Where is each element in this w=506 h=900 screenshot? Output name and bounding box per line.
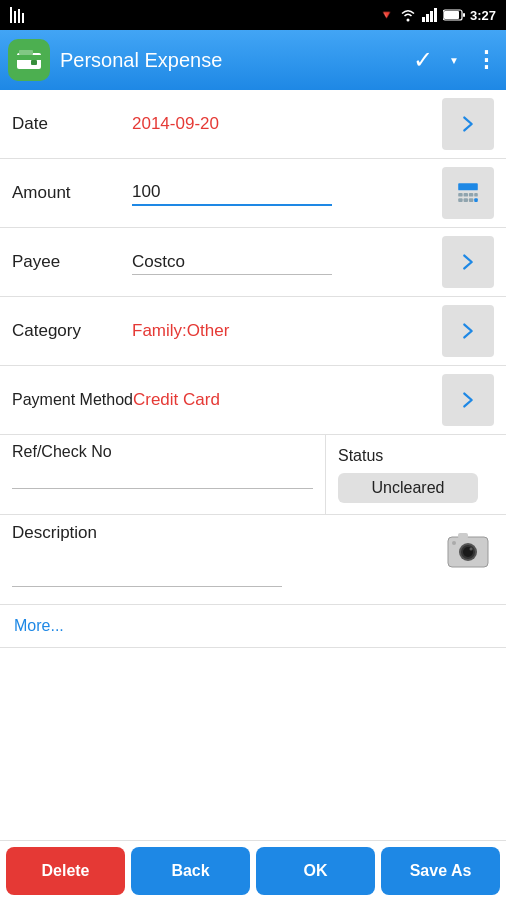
description-row: Description bbox=[0, 515, 506, 605]
check-button[interactable]: ✓ bbox=[413, 46, 433, 74]
save-as-button[interactable]: Save As bbox=[381, 847, 500, 895]
category-picker-button[interactable] bbox=[442, 305, 494, 357]
payee-picker-button[interactable] bbox=[442, 236, 494, 288]
payee-row: Payee bbox=[0, 228, 506, 297]
payee-input[interactable] bbox=[132, 250, 332, 275]
svg-rect-24 bbox=[474, 198, 478, 202]
svg-rect-21 bbox=[458, 198, 462, 202]
payment-method-picker-button[interactable] bbox=[442, 374, 494, 426]
date-picker-button[interactable] bbox=[442, 98, 494, 150]
status-label: Status bbox=[338, 447, 383, 465]
ref-input[interactable] bbox=[12, 467, 313, 489]
overflow-menu-button[interactable]: ⋮ bbox=[475, 47, 498, 73]
svg-rect-20 bbox=[474, 193, 478, 197]
svg-rect-5 bbox=[426, 14, 429, 22]
ref-section: Ref/Check No bbox=[0, 435, 326, 514]
date-row: Date 2014-09-20 bbox=[0, 90, 506, 159]
app-title: Personal Expense bbox=[60, 49, 403, 72]
svg-rect-3 bbox=[22, 13, 24, 23]
amount-row: Amount bbox=[0, 159, 506, 228]
svg-rect-19 bbox=[469, 193, 473, 197]
svg-rect-0 bbox=[10, 7, 12, 23]
payment-method-value: Credit Card bbox=[133, 386, 442, 414]
svg-point-32 bbox=[452, 541, 456, 545]
status-section: Status Uncleared bbox=[326, 435, 506, 514]
svg-point-30 bbox=[470, 548, 473, 551]
ok-button[interactable]: OK bbox=[256, 847, 375, 895]
back-button[interactable]: Back bbox=[131, 847, 250, 895]
app-bar-actions: ✓ ▼ ⋮ bbox=[413, 46, 498, 74]
amount-label: Amount bbox=[12, 183, 132, 203]
category-label: Category bbox=[12, 321, 132, 341]
svg-rect-13 bbox=[31, 60, 37, 65]
svg-rect-12 bbox=[17, 55, 41, 60]
delete-button[interactable]: Delete bbox=[6, 847, 125, 895]
svg-rect-23 bbox=[469, 198, 473, 202]
time-display: 3:27 bbox=[470, 8, 496, 23]
ref-status-row: Ref/Check No Status Uncleared bbox=[0, 435, 506, 515]
battery-icon bbox=[443, 9, 465, 21]
payment-method-row: Payment Method Credit Card bbox=[0, 366, 506, 435]
signal-icon bbox=[10, 7, 28, 23]
app-logo bbox=[8, 39, 50, 81]
payment-method-text: Credit Card bbox=[133, 390, 220, 409]
category-value: Family:Other bbox=[132, 317, 442, 345]
wallet-icon bbox=[15, 46, 43, 74]
bluetooth-icon: 🔻 bbox=[379, 8, 394, 22]
svg-rect-18 bbox=[464, 193, 468, 197]
more-link[interactable]: More... bbox=[14, 617, 64, 634]
svg-rect-10 bbox=[463, 13, 465, 17]
svg-rect-17 bbox=[458, 193, 462, 197]
description-label: Description bbox=[12, 523, 442, 543]
svg-rect-1 bbox=[14, 11, 16, 23]
status-badge[interactable]: Uncleared bbox=[338, 473, 478, 503]
category-row: Category Family:Other bbox=[0, 297, 506, 366]
date-label: Date bbox=[12, 114, 132, 134]
payment-method-label: Payment Method bbox=[12, 390, 133, 411]
status-bar-right: 🔻 3:27 bbox=[379, 8, 496, 23]
svg-rect-2 bbox=[18, 9, 20, 23]
payee-value-container bbox=[132, 246, 442, 279]
more-row: More... bbox=[0, 605, 506, 648]
svg-rect-22 bbox=[464, 198, 468, 202]
date-text: 2014-09-20 bbox=[132, 114, 219, 133]
calculator-icon bbox=[452, 177, 484, 209]
svg-rect-9 bbox=[444, 11, 459, 19]
bottom-buttons: Delete Back OK Save As bbox=[0, 840, 506, 900]
svg-rect-16 bbox=[458, 183, 478, 190]
chevron-right-icon bbox=[457, 389, 479, 411]
description-content: Description bbox=[12, 523, 442, 587]
date-value: 2014-09-20 bbox=[132, 110, 442, 138]
svg-rect-14 bbox=[19, 50, 33, 55]
status-bar: 🔻 3:27 bbox=[0, 0, 506, 30]
svg-rect-7 bbox=[434, 8, 437, 22]
description-input[interactable] bbox=[12, 569, 282, 587]
form-content: Date 2014-09-20 Amount bbox=[0, 90, 506, 840]
status-bar-left bbox=[10, 7, 28, 23]
app-bar: Personal Expense ✓ ▼ ⋮ bbox=[0, 30, 506, 90]
chevron-right-icon bbox=[457, 251, 479, 273]
calculator-button[interactable] bbox=[442, 167, 494, 219]
amount-value-container bbox=[132, 176, 442, 210]
ref-label: Ref/Check No bbox=[12, 443, 313, 461]
svg-rect-4 bbox=[422, 17, 425, 22]
wifi-icon bbox=[399, 8, 417, 22]
payee-label: Payee bbox=[12, 252, 132, 272]
category-text: Family:Other bbox=[132, 321, 229, 340]
svg-rect-6 bbox=[430, 11, 433, 22]
camera-button[interactable] bbox=[442, 523, 494, 575]
signal-bars-icon bbox=[422, 8, 438, 22]
chevron-right-icon bbox=[457, 320, 479, 342]
chevron-right-icon bbox=[457, 113, 479, 135]
camera-icon bbox=[444, 525, 492, 573]
amount-input[interactable] bbox=[132, 180, 332, 206]
dropdown-arrow: ▼ bbox=[449, 55, 459, 66]
svg-rect-31 bbox=[458, 533, 468, 539]
